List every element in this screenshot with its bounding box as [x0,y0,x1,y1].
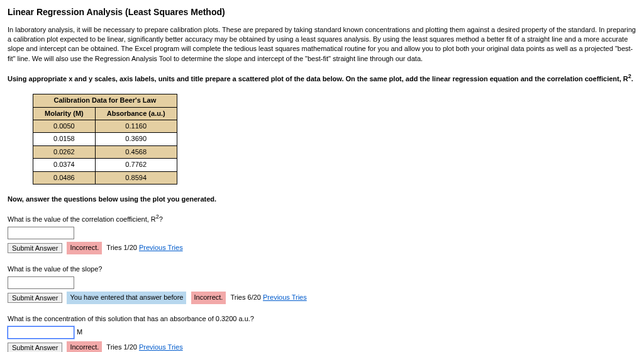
q2-status-incorrect: Incorrect. [191,292,226,304]
intro-paragraph: In laboratory analysis, it will be neces… [8,25,636,64]
table-row: 0.03740.7762 [33,159,177,171]
cell-molarity: 0.0050 [33,120,96,132]
q3-submit-button[interactable]: Submit Answer [8,343,62,352]
q3-previous-tries-link[interactable]: Previous Tries [139,343,183,351]
q1-tries: Tries 1/20 [106,244,137,251]
q3-answer-input[interactable] [8,326,74,339]
instruction-prefix: Using appropriate x and y scales, axis l… [8,75,628,82]
cell-absorbance: 0.8594 [95,171,177,184]
table-col2-header: Absorbance (a.u.) [95,107,177,120]
q1-prefix: What is the value of the correlation coe… [8,215,156,223]
cell-molarity: 0.0262 [33,145,96,158]
instruction-suffix: . [631,75,633,82]
calibration-table: Calibration Data for Beer's Law Molarity… [33,94,177,185]
table-row: 0.00500.1160 [33,120,177,132]
q2-answer-input[interactable] [8,276,74,289]
q1-previous-tries-link[interactable]: Previous Tries [139,244,183,251]
cell-absorbance: 0.1160 [95,120,177,132]
cell-molarity: 0.0374 [33,159,96,171]
q2-submit-button[interactable]: Submit Answer [8,293,62,303]
q3-status-incorrect: Incorrect. [67,341,102,352]
q1-suffix: ? [159,215,163,223]
q1-status-incorrect: Incorrect. [67,242,102,254]
q3-unit: M [77,328,82,336]
q1-text: What is the value of the correlation coe… [8,213,636,224]
page-title: Linear Regression Analysis (Least Square… [8,6,636,19]
q2-status-entered-before: You have entered that answer before [67,292,186,304]
cell-molarity: 0.0486 [33,171,96,184]
q2-previous-tries-link[interactable]: Previous Tries [263,293,307,301]
q3-text: What is the concentration of this soluti… [8,314,636,324]
q2-tries: Tries 6/20 [230,293,261,301]
cell-molarity: 0.0158 [33,133,96,145]
cell-absorbance: 0.3690 [95,133,177,145]
table-col1-header: Molarity (M) [33,107,96,120]
cell-absorbance: 0.7762 [95,159,177,171]
table-row: 0.01580.3690 [33,133,177,145]
q2-text: What is the value of the slope? [8,264,636,274]
cell-absorbance: 0.4568 [95,145,177,158]
table-title: Calibration Data for Beer's Law [33,94,177,107]
q1-answer-input[interactable] [8,227,74,239]
subheading: Now, answer the questions below using th… [8,195,636,204]
table-row: 0.04860.8594 [33,171,177,184]
q3-tries: Tries 1/20 [106,343,137,351]
q1-submit-button[interactable]: Submit Answer [8,243,62,253]
table-row: 0.02620.4568 [33,145,177,158]
instruction-text: Using appropriate x and y scales, axis l… [8,72,636,84]
